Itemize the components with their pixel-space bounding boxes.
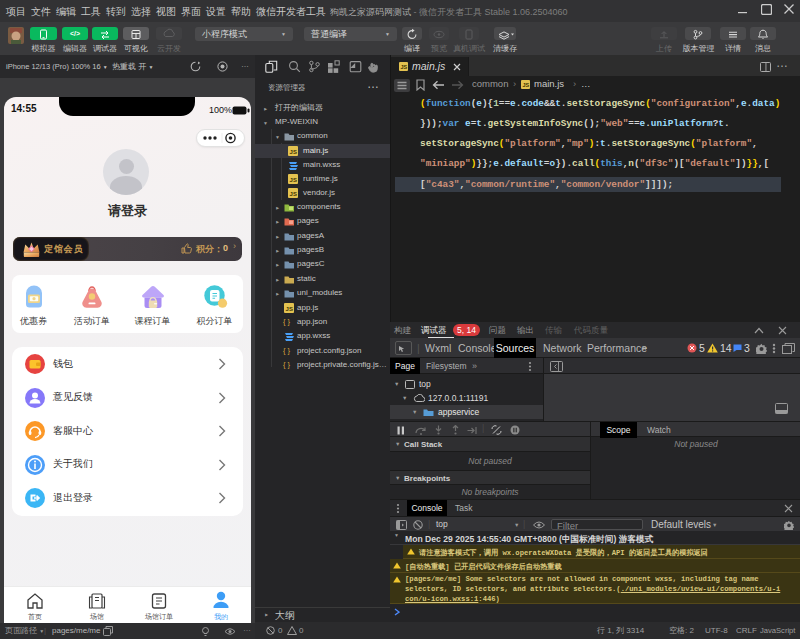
- svg-text:JS: JS: [290, 191, 297, 197]
- svg-text:JS: JS: [400, 64, 407, 70]
- svg-text:JS: JS: [290, 177, 297, 183]
- svg-text:JS: JS: [522, 82, 529, 88]
- svg-text:JS: JS: [290, 149, 297, 155]
- svg-text:JS: JS: [286, 306, 293, 312]
